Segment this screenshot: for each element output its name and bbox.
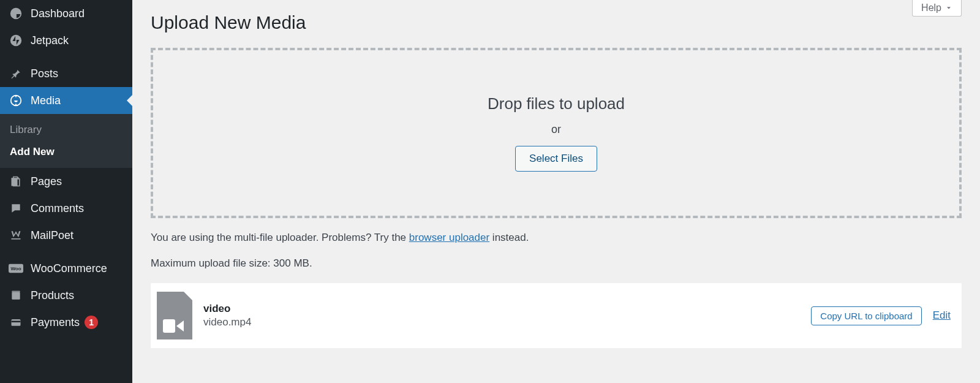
mailpoet-icon <box>9 228 23 243</box>
dashboard-icon <box>9 6 23 21</box>
select-files-button[interactable]: Select Files <box>515 146 597 172</box>
note-prefix: You are using the multi-file uploader. P… <box>151 232 409 243</box>
svg-rect-7 <box>12 291 20 293</box>
sidebar-item-comments[interactable]: Comments <box>0 195 132 222</box>
products-icon <box>9 288 23 303</box>
sidebar-item-label: WooCommerce <box>31 262 107 275</box>
svg-rect-9 <box>12 321 21 323</box>
chevron-down-icon <box>945 4 952 12</box>
max-upload-size: Maximum upload file size: 300 MB. <box>151 257 962 270</box>
video-file-icon <box>163 319 184 333</box>
submenu-item-library[interactable]: Library <box>0 119 132 141</box>
file-meta: video video.mp4 <box>203 303 800 328</box>
comments-icon <box>9 201 23 216</box>
sidebar-item-pages[interactable]: Pages <box>0 168 132 195</box>
sidebar-submenu-media: Library Add New <box>0 114 132 168</box>
woocommerce-icon: Woo <box>9 261 23 276</box>
sidebar-item-label: Payments <box>31 316 80 329</box>
jetpack-icon <box>9 33 23 48</box>
page-title: Upload New Media <box>151 0 962 48</box>
help-tab-label: Help <box>921 2 941 13</box>
file-title: video <box>203 303 800 315</box>
submenu-item-add-new[interactable]: Add New <box>0 141 132 163</box>
sidebar-item-posts[interactable]: Posts <box>0 60 132 87</box>
svg-text:Woo: Woo <box>10 266 21 271</box>
help-tab[interactable]: Help <box>912 0 962 17</box>
sidebar-item-payments[interactable]: Payments 1 <box>0 309 132 336</box>
svg-rect-2 <box>12 178 18 186</box>
sidebar-item-mailpoet[interactable]: MailPoet <box>0 222 132 249</box>
file-row-actions: Copy URL to clipboard Edit <box>811 306 951 325</box>
sidebar-item-label: Jetpack <box>31 34 69 47</box>
copy-url-button[interactable]: Copy URL to clipboard <box>811 306 921 325</box>
uploader-note: You are using the multi-file uploader. P… <box>151 232 962 244</box>
file-name: video.mp4 <box>203 316 800 328</box>
note-suffix: instead. <box>489 232 529 243</box>
drop-text: Drop files to upload <box>165 94 947 113</box>
file-thumbnail <box>157 292 192 339</box>
or-text: or <box>165 123 947 136</box>
sidebar-item-label: Pages <box>31 175 62 188</box>
pin-icon <box>9 66 23 81</box>
upload-dropzone[interactable]: Drop files to upload or Select Files <box>151 48 962 218</box>
sidebar-item-label: Comments <box>31 202 84 215</box>
svg-rect-8 <box>12 319 21 326</box>
pages-icon <box>9 174 23 189</box>
sidebar-item-label: Dashboard <box>31 7 85 20</box>
notification-badge: 1 <box>85 316 98 329</box>
payments-icon <box>9 315 23 330</box>
svg-rect-3 <box>12 238 21 240</box>
sidebar-item-products[interactable]: Products <box>0 282 132 309</box>
sidebar-item-label: Products <box>31 289 74 302</box>
sidebar-item-jetpack[interactable]: Jetpack <box>0 27 132 54</box>
sidebar-item-label: Posts <box>31 67 58 80</box>
svg-rect-6 <box>12 292 20 300</box>
sidebar-item-media[interactable]: Media <box>0 87 132 114</box>
main-content: Help Upload New Media Drop files to uplo… <box>132 0 980 383</box>
browser-uploader-link[interactable]: browser uploader <box>409 232 489 243</box>
media-icon <box>9 93 23 108</box>
sidebar-item-dashboard[interactable]: Dashboard <box>0 0 132 27</box>
admin-sidebar: Dashboard Jetpack Posts Media Library Ad… <box>0 0 132 383</box>
svg-point-0 <box>10 35 21 46</box>
sidebar-item-woocommerce[interactable]: Woo WooCommerce <box>0 255 132 282</box>
sidebar-item-label: MailPoet <box>31 229 74 242</box>
sidebar-item-label: Media <box>31 94 61 107</box>
uploaded-file-row: video video.mp4 Copy URL to clipboard Ed… <box>151 283 962 348</box>
edit-link[interactable]: Edit <box>933 309 951 322</box>
